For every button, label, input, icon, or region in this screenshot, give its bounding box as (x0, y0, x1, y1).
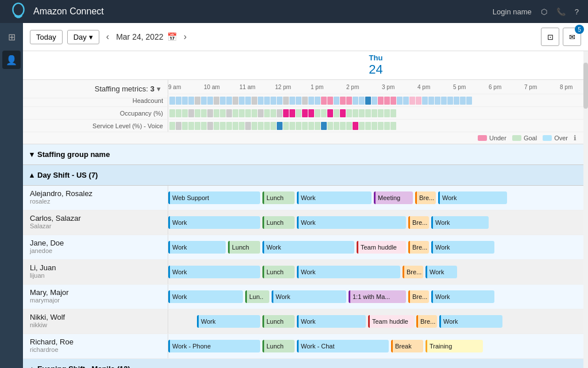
agent-info-alejandro: Alejandro, Rosalez rosalez (23, 186, 168, 210)
sl-cell (283, 122, 289, 130)
bar-lunch-li[interactable]: Lunch (262, 266, 295, 278)
help-icon[interactable]: ? (575, 7, 579, 16)
bar-work1-carlos[interactable]: Work (168, 216, 260, 229)
inbox-btn[interactable]: ✉ 5 (563, 28, 581, 46)
occ-cell (327, 109, 333, 117)
time-label-12pm: 12 pm (275, 84, 291, 90)
occ-cell (214, 109, 219, 117)
hc-cell (252, 97, 257, 105)
bar-break-alejandro[interactable]: Bre... (415, 191, 436, 204)
top-nav-left: Amazon Connect (9, 2, 104, 21)
bar-websupport-alejandro[interactable]: Web Support (168, 191, 260, 204)
login-name[interactable]: Login name (493, 7, 532, 16)
time-slots-container: 9 am 10 am 11 am 12 pm 1 pm 2 pm 3 pm 4 … (168, 80, 583, 94)
hc-cell (390, 97, 396, 105)
sidebar-icon-grid[interactable]: ⊞ (2, 28, 21, 46)
agent-info-li: Li, Juan lijuan (23, 260, 168, 284)
bar-phone-richard[interactable]: Work - Phone (168, 340, 260, 352)
day-label: Day (74, 33, 87, 41)
sl-cell (359, 122, 365, 130)
hc-cell (403, 97, 409, 105)
staffing-group-header: ▾ Staffing group name (23, 144, 583, 165)
bar-break-carlos[interactable]: Bre... (408, 216, 429, 229)
bar-lunch-alejandro[interactable]: Lunch (262, 191, 295, 204)
date-text: Mar 24, 2022 (116, 32, 164, 41)
bar-teamhuddle-nikki[interactable]: Team huddle (368, 315, 414, 328)
view-schedule-btn[interactable]: ⊡ (541, 28, 559, 46)
scrollbar-thumb[interactable] (583, 63, 588, 109)
bar-break-jane[interactable]: Bre... (408, 241, 429, 254)
sidebar-icon-people[interactable]: 👤 (2, 51, 21, 69)
next-nav[interactable]: › (181, 32, 189, 42)
bar-lunch-jane[interactable]: Lunch (228, 241, 260, 254)
logout-icon[interactable]: ⬡ (541, 7, 547, 16)
time-label-7pm: 7 pm (524, 84, 537, 90)
bar-meeting-alejandro[interactable]: Meeting (374, 191, 413, 204)
hc-cell (264, 97, 270, 105)
agent-username-richard: richardroe (30, 346, 161, 353)
bar-work3-jane[interactable]: Work (431, 241, 494, 254)
bar-work3-nikki[interactable]: Work (439, 315, 502, 328)
bar-work3-carlos[interactable]: Work (431, 216, 489, 229)
bar-work3-mary[interactable]: Work (431, 290, 494, 303)
legend-goal: Goal (512, 135, 537, 141)
bar-break-richard[interactable]: Break (391, 340, 423, 352)
bar-work2-li[interactable]: Work (297, 266, 400, 278)
sl-cell (346, 122, 352, 130)
occ-cell (207, 109, 213, 117)
bar-work1-nikki[interactable]: Work (197, 315, 260, 328)
bar-work2-alejandro[interactable]: Work (438, 191, 507, 204)
bar-lunch-nikki[interactable]: Lunch (262, 315, 295, 328)
bar-work1-li[interactable]: Work (168, 266, 260, 278)
occupancy-cells (168, 107, 583, 119)
phone-icon[interactable]: 📞 (556, 7, 566, 16)
staffing-chevron-down[interactable]: ▾ (30, 150, 34, 159)
hc-cell (233, 97, 238, 105)
prev-nav[interactable]: ‹ (104, 32, 111, 42)
occ-cell (283, 109, 289, 117)
bar-1on1-mary[interactable]: 1:1 with Ma... (349, 290, 406, 303)
occ-cell (277, 109, 283, 117)
scrollbar (583, 51, 588, 368)
day-dropdown-arrow: ▾ (89, 33, 93, 41)
bar-work1-alejandro[interactable]: Work (297, 191, 372, 204)
bar-work2-carlos[interactable]: Work (297, 216, 406, 229)
agent-row-nikki: Nikki, Wolf nikkiw Work Lunch Work Team … (23, 309, 583, 334)
agent-schedule-nikki: Work Lunch Work Team huddle Bre... Work (168, 309, 583, 334)
bar-work2-mary[interactable]: Work (272, 290, 346, 303)
agent-info-nikki: Nikki, Wolf nikkiw (23, 309, 168, 334)
bar-lunch-carlos[interactable]: Lunch (262, 216, 295, 229)
occ-cell (233, 109, 238, 117)
day-selector[interactable]: Day ▾ (67, 30, 99, 44)
today-button[interactable]: Today (30, 30, 63, 44)
bar-break-mary[interactable]: Bre... (408, 290, 429, 303)
legend-over: Over (543, 135, 568, 141)
bar-work1-jane[interactable]: Work (168, 241, 226, 254)
bar-teamhuddle-jane[interactable]: Team huddle (357, 241, 406, 254)
occ-cell (188, 109, 194, 117)
evening-shift-chevron-up[interactable]: ▴ (30, 365, 34, 368)
calendar-icon[interactable]: 📅 (167, 32, 177, 41)
bar-lunch-mary[interactable]: Lun.. (245, 290, 269, 303)
hc-cell (289, 97, 295, 105)
bar-chat-richard[interactable]: Work - Chat (297, 340, 389, 352)
bar-break-li[interactable]: Bre... (403, 266, 423, 278)
bar-work1-mary[interactable]: Work (168, 290, 243, 303)
app-title: Amazon Connect (33, 6, 104, 17)
bar-work2-jane[interactable]: Work (262, 241, 354, 254)
info-icon[interactable]: ℹ (574, 134, 577, 142)
bar-work3-li[interactable]: Work (425, 266, 457, 278)
bar-lunch-richard[interactable]: Lunch (262, 340, 295, 352)
metrics-header: Staffing metrics: 3 ▾ (23, 80, 168, 98)
occ-cell (308, 109, 314, 117)
day-shift-chevron-up[interactable]: ▴ (30, 171, 34, 179)
occ-cell (176, 109, 181, 117)
bar-training-richard[interactable]: Training (425, 340, 483, 352)
bar-work2-nikki[interactable]: Work (297, 315, 366, 328)
occ-cell (239, 109, 245, 117)
legend-goal-color (512, 135, 521, 141)
bar-break-nikki[interactable]: Bre... (416, 315, 437, 328)
time-metrics-header: Staffing metrics: 3 ▾ 9 am 10 am 11 am 1… (23, 80, 583, 144)
sl-cell (169, 122, 175, 130)
metrics-dropdown[interactable]: ▾ (157, 85, 161, 93)
